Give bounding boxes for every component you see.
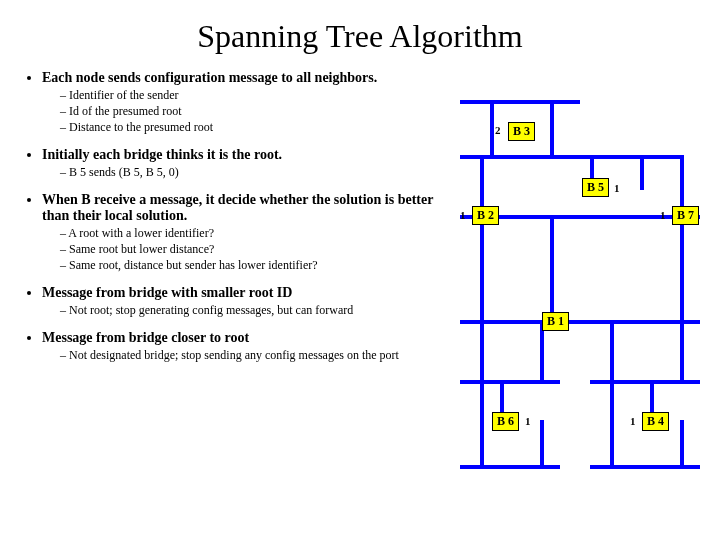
link xyxy=(640,155,644,190)
link xyxy=(480,215,484,320)
bullet-1: Each node sends configuration message to… xyxy=(42,70,440,135)
bullet-5-sub-1: Not designated bridge; stop sending any … xyxy=(60,348,440,363)
bridge-node-b5: B 5 xyxy=(582,178,609,197)
bullet-1-text: Each node sends configuration message to… xyxy=(42,70,377,85)
port-label: 1 xyxy=(660,209,666,221)
network-diagram: B 3 2 B 5 1 B 2 1 B 7 1 B 1 B 6 1 B 4 1 xyxy=(440,70,720,530)
lan-segment xyxy=(460,320,700,324)
bridge-node-b4: B 4 xyxy=(642,412,669,431)
link xyxy=(550,100,554,155)
link xyxy=(610,420,614,465)
link xyxy=(610,320,614,420)
port-label: 1 xyxy=(630,415,636,427)
bullet-1-sub-2: Id of the presumed root xyxy=(60,104,440,119)
link xyxy=(680,215,684,320)
lan-segment xyxy=(590,380,700,384)
bullet-1-sub-1: Identifier of the sender xyxy=(60,88,440,103)
slide-title: Spanning Tree Algorithm xyxy=(0,18,720,55)
link xyxy=(490,100,494,155)
bullet-5-text: Message from bridge closer to root xyxy=(42,330,249,345)
port-label: 2 xyxy=(495,124,501,136)
bullet-2-sub-1: B 5 sends (B 5, B 5, 0) xyxy=(60,165,440,180)
bullet-3-sub-3: Same root, distance but sender has lower… xyxy=(60,258,440,273)
link xyxy=(480,420,484,465)
port-label: 1 xyxy=(460,209,466,221)
bullet-4-sub-1: Not root; stop generating config message… xyxy=(60,303,440,318)
port-label: 1 xyxy=(525,415,531,427)
link xyxy=(680,320,684,380)
bridge-node-b2: B 2 xyxy=(472,206,499,225)
bullet-3-text: When B receive a message, it decide whet… xyxy=(42,192,433,223)
lan-segment xyxy=(460,380,560,384)
bullet-4: Message from bridge with smaller root ID… xyxy=(42,285,440,318)
bridge-node-b6: B 6 xyxy=(492,412,519,431)
bridge-node-b1: B 1 xyxy=(542,312,569,331)
bullet-3: When B receive a message, it decide whet… xyxy=(42,192,440,273)
bullet-1-sub-3: Distance to the presumed root xyxy=(60,120,440,135)
bullet-5: Message from bridge closer to root Not d… xyxy=(42,330,440,363)
bullet-3-sub-1: A root with a lower identifier? xyxy=(60,226,440,241)
link xyxy=(550,215,554,320)
lan-segment xyxy=(460,465,560,469)
lan-segment xyxy=(590,465,700,469)
bullet-3-sub-2: Same root but lower distance? xyxy=(60,242,440,257)
port-label: 1 xyxy=(614,182,620,194)
link xyxy=(480,320,484,420)
link xyxy=(680,420,684,465)
lan-segment xyxy=(460,155,680,159)
link xyxy=(540,420,544,465)
bridge-node-b3: B 3 xyxy=(508,122,535,141)
bullet-2-text: Initially each bridge thinks it is the r… xyxy=(42,147,282,162)
lan-segment xyxy=(460,100,580,104)
bullet-2: Initially each bridge thinks it is the r… xyxy=(42,147,440,180)
bullet-content: Each node sends configuration message to… xyxy=(20,70,440,375)
bridge-node-b7: B 7 xyxy=(672,206,699,225)
bullet-4-text: Message from bridge with smaller root ID xyxy=(42,285,292,300)
